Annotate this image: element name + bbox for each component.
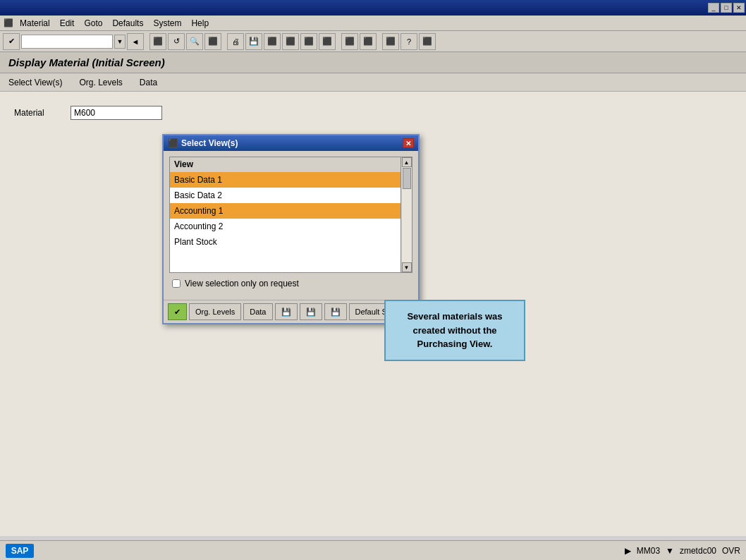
scroll-up-arrow[interactable]: ▲ [402,157,412,167]
view-selection-checkbox[interactable] [172,279,181,288]
dialog-title-label: Select View(s) [181,138,238,148]
dialog-title-bar: ⬛ Select View(s) ✕ [164,135,418,151]
status-triangle-right: ▶ [625,546,631,556]
toolbar-btn7[interactable]: ⬛ [360,33,377,50]
status-right: ▶ MM03 ▼ zmetdc00 OVR [625,546,740,556]
list-item-basic-data-1[interactable]: Basic Data 1 [170,172,400,188]
select-views-dialog: ⬛ Select View(s) ✕ View Basic Data 1 Bas… [162,134,420,324]
stb-org-levels[interactable]: Org. Levels [76,76,125,89]
list-item-accounting-2[interactable]: Accounting 2 [170,219,400,234]
scroll-track [402,167,412,262]
client-info: zmetdc00 [680,546,716,556]
toolbar-back-btn[interactable]: ◄ [127,33,144,50]
page-header: Display Material (Initial Screen) [0,52,746,73]
status-bar: SAP ▶ MM03 ▼ zmetdc00 OVR [0,540,746,560]
server-info: MM03 [637,546,660,556]
toolbar-find-next-btn[interactable]: ⬛ [204,33,221,50]
dialog-save1-button[interactable]: 💾 [275,303,298,320]
checkbox-area: View selection only on request [169,273,412,294]
tooltip-bubble: Several materials was created without th… [384,300,525,361]
toolbar-btn3[interactable]: ⬛ [282,33,299,50]
list-scrollbar: ▲ ▼ [400,157,412,272]
menu-help[interactable]: Help [187,17,213,30]
mode-indicator: OVR [722,546,740,556]
dialog-buttons: ✔ Org. Levels Data 💾 💾 💾 Default Setting… [164,300,418,323]
views-list-container: View Basic Data 1 Basic Data 2 Accountin… [169,157,412,273]
toolbar-btn4[interactable]: ⬛ [300,33,317,50]
material-input[interactable] [71,106,162,120]
secondary-toolbar: Select View(s) Org. Levels Data [0,73,746,92]
toolbar-btn2[interactable]: ⬛ [264,33,281,50]
toolbar-btn1[interactable]: ⬛ [149,33,166,50]
dialog-ok-button[interactable]: ✔ [168,303,187,320]
dialog-body: View Basic Data 1 Basic Data 2 Accountin… [164,151,418,300]
toolbar-print-btn[interactable]: 🖨 [227,33,244,50]
data-label: Data [250,308,266,316]
command-input[interactable] [21,35,113,49]
menu-goto[interactable]: Goto [80,17,106,30]
list-item-basic-data-2[interactable]: Basic Data 2 [170,188,400,203]
dialog-title-text: ⬛ Select View(s) [168,138,238,148]
stb-data[interactable]: Data [137,76,160,89]
toolbar-save-btn[interactable]: 💾 [245,33,262,50]
app-icon: ⬛ [3,18,14,29]
view-selection-label: View selection only on request [185,279,299,288]
status-left: SAP [6,544,34,558]
sap-logo: SAP [6,544,34,558]
toolbar: ✔ ▼ ◄ ⬛ ↺ 🔍 ⬛ 🖨 💾 ⬛ ⬛ ⬛ ⬛ ⬛ ⬛ ⬛ ? ⬛ [0,31,746,52]
stb-select-views[interactable]: Select View(s) [6,76,65,89]
toolbar-btn8[interactable]: ⬛ [382,33,399,50]
toolbar-refresh-btn[interactable]: ↺ [168,33,185,50]
menu-defaults[interactable]: Defaults [108,17,147,30]
tooltip-text: Several materials was created without th… [407,311,502,349]
ok-check-icon: ✔ [174,308,181,317]
list-header: View [170,157,400,172]
menu-system[interactable]: System [149,17,185,30]
dialog-data-button[interactable]: Data [243,303,272,320]
minimize-button[interactable]: _ [708,3,719,13]
toolbar-find-btn[interactable]: 🔍 [186,33,203,50]
command-dropdown[interactable]: ▼ [114,35,126,49]
material-form-row: Material [14,106,732,120]
title-bar: _ □ ✕ [0,0,746,16]
close-button[interactable]: ✕ [733,3,745,13]
content-area: Material ⬛ Select View(s) ✕ View Basic D… [0,92,746,536]
status-dropdown[interactable]: ▼ [666,546,674,556]
material-label: Material [14,108,71,118]
dialog-save2-button[interactable]: 💾 [300,303,322,320]
scroll-down-arrow[interactable]: ▼ [402,262,412,272]
dialog-org-levels-button[interactable]: Org. Levels [189,303,241,320]
toolbar-btn6[interactable]: ⬛ [341,33,358,50]
toolbar-help-btn[interactable]: ? [400,33,417,50]
menu-edit[interactable]: Edit [56,17,79,30]
maximize-button[interactable]: □ [721,3,732,13]
org-levels-label: Org. Levels [195,308,235,316]
dialog-save3-button[interactable]: 💾 [324,303,347,320]
page-title: Display Material (Initial Screen) [8,56,165,68]
menu-material[interactable]: Material [16,17,54,30]
list-item-plant-stock[interactable]: Plant Stock [170,234,400,250]
dialog-icon: ⬛ [168,138,178,148]
toolbar-btn5[interactable]: ⬛ [319,33,336,50]
list-item-accounting-1[interactable]: Accounting 1 [170,203,400,219]
toolbar-btn9[interactable]: ⬛ [419,33,436,50]
views-list-content: View Basic Data 1 Basic Data 2 Accountin… [170,157,400,272]
menu-bar: ⬛ Material Edit Goto Defaults System Hel… [0,16,746,31]
scroll-thumb[interactable] [403,168,411,189]
dialog-close-button[interactable]: ✕ [403,138,414,148]
toolbar-check-btn[interactable]: ✔ [3,33,20,50]
